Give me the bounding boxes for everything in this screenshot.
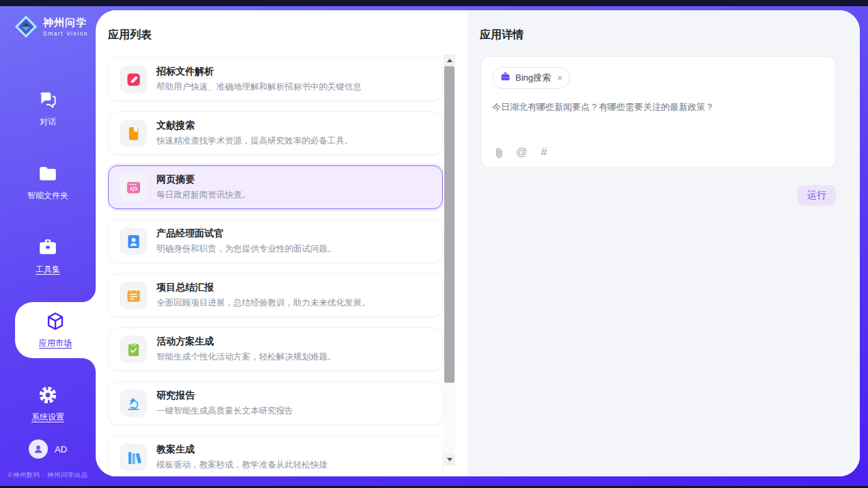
app-card-8[interactable]: 教案生成 模板驱动，教案秒成，教学准备从此轻松快捷 xyxy=(108,435,443,476)
tool-tag-label: Bing搜索 xyxy=(515,72,551,84)
briefcase-icon xyxy=(500,72,511,85)
app-list-panel: 应用列表 招标文件解析 帮助用户快速、准确地理解和解析招标书中的关键信息 文献搜… xyxy=(96,10,467,476)
book-icon xyxy=(120,120,147,147)
input-toolbar: @# xyxy=(493,146,550,159)
brand-logo: 神州问学 Smart Vision xyxy=(14,14,88,39)
gear-icon xyxy=(38,385,58,405)
run-row: 运行 xyxy=(480,185,836,206)
clipboard-check-icon xyxy=(120,336,147,363)
app-card-title: 文献搜索 xyxy=(157,120,353,132)
user-icon xyxy=(32,443,44,455)
hash-icon[interactable]: # xyxy=(538,146,550,159)
edit-square-icon xyxy=(120,66,147,93)
copyright-text: ©神州数码 · 神州问学出品 xyxy=(0,471,96,480)
close-icon[interactable]: × xyxy=(557,73,562,83)
sidebar-item-app-market[interactable]: 应用市场 xyxy=(15,302,96,358)
app-window: 神州问学 Smart Vision 对话 智能文件夹 工具集 应用市场 系统设置… xyxy=(0,0,868,488)
app-card-title: 研究报告 xyxy=(157,390,293,402)
sidebar-item-label: 对话 xyxy=(40,116,56,128)
app-card-3[interactable]: 网页摘要 每日政府新闻资讯快查。 xyxy=(108,165,443,209)
tool-tag-bing-search[interactable]: Bing搜索 × xyxy=(492,67,570,89)
list-scrollbar[interactable] xyxy=(444,55,455,465)
attachment-icon[interactable] xyxy=(493,146,505,159)
app-card-desc: 全面回顾项目进展，总结经验教训，助力未来优化发展。 xyxy=(157,297,370,309)
app-card-title: 项目总结汇报 xyxy=(157,282,370,294)
cube-icon xyxy=(45,311,66,331)
user-avatar xyxy=(29,439,48,459)
app-detail-panel: 应用详情 Bing搜索 × 今日湖北有哪些新闻要点？有哪些需要关注的最新政策？ … xyxy=(467,10,860,476)
sidebar-item-smart-folder[interactable]: 智能文件夹 xyxy=(0,146,96,219)
prompt-card: Bing搜索 × 今日湖北有哪些新闻要点？有哪些需要关注的最新政策？ @# xyxy=(480,56,836,168)
triangle-down-icon xyxy=(447,458,452,461)
app-card-desc: 模板驱动，教案秒成，教学准备从此轻松快捷 xyxy=(157,459,327,471)
app-card-desc: 明确身份和职责，为您提供专业性的面试问题。 xyxy=(157,243,336,255)
sidebar-item-label: 工具集 xyxy=(36,264,60,275)
browser-code-icon xyxy=(120,174,147,201)
app-card-7[interactable]: 研究报告 一键智能生成高质量长文本研究报告 xyxy=(108,381,443,425)
folder-icon xyxy=(38,163,58,184)
prompt-input[interactable]: 今日湖北有哪些新闻要点？有哪些需要关注的最新政策？ xyxy=(492,100,824,128)
account-initials: AD xyxy=(55,444,67,455)
scrollbar-up-button[interactable] xyxy=(444,55,455,66)
interview-icon xyxy=(120,228,147,255)
brand-subtitle: Smart Vision xyxy=(43,30,88,37)
scrollbar-thumb[interactable] xyxy=(444,66,455,383)
app-card-title: 产品经理面试官 xyxy=(157,228,336,240)
app-card-title: 教案生成 xyxy=(157,444,327,456)
sidebar-item-label: 应用市场 xyxy=(39,338,72,349)
sidebar-nav: 对话 智能文件夹 工具集 应用市场 系统设置 xyxy=(0,72,96,441)
mention-icon[interactable]: @ xyxy=(515,146,528,159)
app-card-title: 招标文件解析 xyxy=(157,66,362,78)
app-card-desc: 智能生成个性化活动方案，轻松解决规划难题。 xyxy=(157,351,336,363)
app-card-desc: 一键智能生成高质量长文本研究报告 xyxy=(157,405,293,417)
app-card-title: 活动方案生成 xyxy=(157,336,336,348)
sidebar-item-dialogue[interactable]: 对话 xyxy=(0,72,96,146)
toolbox-icon xyxy=(38,237,58,258)
sidebar-item-system-settings[interactable]: 系统设置 xyxy=(0,367,96,441)
account-row[interactable]: AD xyxy=(0,439,96,459)
microscope-icon xyxy=(120,390,147,417)
sidebar-item-label: 智能文件夹 xyxy=(27,190,68,202)
triangle-up-icon xyxy=(447,59,452,62)
calendar-icon xyxy=(120,282,147,309)
run-button[interactable]: 运行 xyxy=(798,185,836,206)
app-card-desc: 帮助用户快速、准确地理解和解析招标书中的关键信息 xyxy=(157,81,362,93)
app-card-desc: 每日政府新闻资讯快查。 xyxy=(157,189,251,201)
app-list-title: 应用列表 xyxy=(108,28,152,42)
sidebar: 神州问学 Smart Vision 对话 智能文件夹 工具集 应用市场 系统设置… xyxy=(0,6,96,486)
sidebar-item-toolset[interactable]: 工具集 xyxy=(0,219,96,293)
diamond-logo-icon xyxy=(14,14,38,39)
content-area: 应用列表 招标文件解析 帮助用户快速、准确地理解和解析招标书中的关键信息 文献搜… xyxy=(96,10,860,476)
app-card-4[interactable]: 产品经理面试官 明确身份和职责，为您提供专业性的面试问题。 xyxy=(108,219,443,263)
app-card-1[interactable]: 招标文件解析 帮助用户快速、准确地理解和解析招标书中的关键信息 xyxy=(108,57,443,101)
app-detail-title: 应用详情 xyxy=(480,28,524,42)
app-list: 招标文件解析 帮助用户快速、准确地理解和解析招标书中的关键信息 文献搜索 快速精… xyxy=(108,55,443,476)
brand-name: 神州问学 xyxy=(43,16,88,29)
chat-icon xyxy=(38,90,58,110)
books-icon xyxy=(120,444,147,471)
scrollbar-down-button[interactable] xyxy=(444,454,455,465)
sidebar-item-label: 系统设置 xyxy=(31,411,64,423)
app-card-6[interactable]: 活动方案生成 智能生成个性化活动方案，轻松解决规划难题。 xyxy=(108,327,443,371)
app-card-2[interactable]: 文献搜索 快速精准查找学术资源，提高研究效率的必备工具。 xyxy=(108,111,443,155)
app-card-5[interactable]: 项目总结汇报 全面回顾项目进展，总结经验教训，助力未来优化发展。 xyxy=(108,273,443,317)
app-card-title: 网页摘要 xyxy=(157,174,251,186)
app-card-desc: 快速精准查找学术资源，提高研究效率的必备工具。 xyxy=(157,135,353,147)
